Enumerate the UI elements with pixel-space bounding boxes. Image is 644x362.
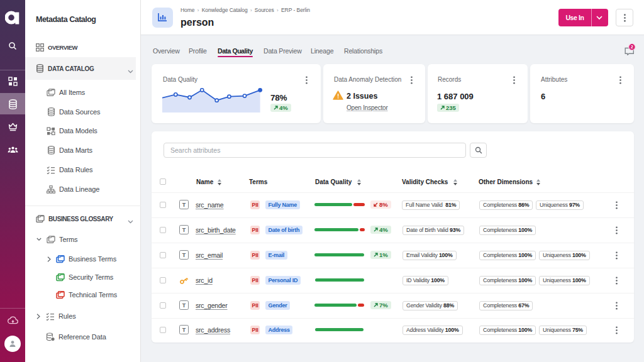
svg-text:2: 2 — [631, 44, 633, 50]
